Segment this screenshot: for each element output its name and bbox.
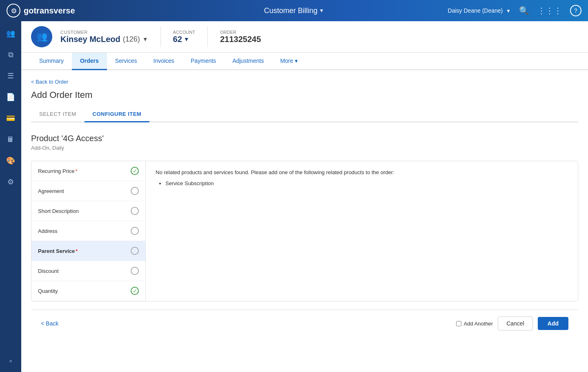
apps-icon[interactable]: ⋮⋮⋮ <box>537 6 562 16</box>
config-label-recurring-price: Recurring Price <box>38 168 78 174</box>
cancel-button[interactable]: Cancel <box>498 317 533 330</box>
page-content: < Back to Order Add Order Item SELECT IT… <box>21 70 588 345</box>
customer-label: CUSTOMER <box>60 30 148 35</box>
product-subtitle: Add-On, Daily <box>31 145 578 151</box>
account-label: ACCOUNT <box>173 30 195 35</box>
sidebar-item-document[interactable]: 📄 <box>3 90 18 104</box>
sidebar-item-settings[interactable]: ⚙ <box>3 175 18 189</box>
sidebar-expand[interactable]: » <box>6 355 16 367</box>
config-item-short-description[interactable]: Short Description <box>31 201 145 221</box>
top-nav: ⊙ gotransverse Customer Billing ▼ Daisy … <box>0 0 588 21</box>
product-section: Product '4G Access' Add-On, Daily <box>31 134 578 151</box>
order-label: ORDER <box>220 30 261 35</box>
account-section: ACCOUNT 62 ▼ <box>173 30 195 44</box>
product-title: Product '4G Access' <box>31 134 578 143</box>
tab-summary[interactable]: Summary <box>31 53 72 70</box>
search-icon[interactable]: 🔍 <box>519 6 529 16</box>
config-label-parent-service: Parent Service <box>38 248 78 254</box>
step-tab-configure-item[interactable]: CONFIGURE ITEM <box>85 107 150 122</box>
sidebar-item-card[interactable]: 💳 <box>3 111 18 126</box>
user-menu[interactable]: Daisy Deane (Deane) ▼ <box>448 7 511 14</box>
order-section: ORDER 211325245 <box>220 30 261 44</box>
step-tabs: SELECT ITEM CONFIGURE ITEM <box>31 107 578 122</box>
status-parent-service <box>131 247 139 255</box>
add-another-group: Add Another <box>456 321 493 327</box>
tab-orders[interactable]: Orders <box>72 53 107 70</box>
configure-layout: Recurring Price ✓ Agreement Short Descri… <box>31 161 578 301</box>
no-related-message: No related products and services found. … <box>156 169 568 175</box>
tab-invoices[interactable]: Invoices <box>145 53 183 70</box>
sidebar-item-copy[interactable]: ⧉ <box>3 47 18 62</box>
sidebar-item-list[interactable]: ☰ <box>3 69 18 83</box>
customer-name: Kinsey McLeod (126) ▼ <box>60 35 148 44</box>
customer-dropdown-arrow[interactable]: ▼ <box>143 36 148 42</box>
status-address <box>131 227 139 235</box>
footer-left: < Back <box>41 320 58 327</box>
config-item-discount[interactable]: Discount <box>31 261 145 281</box>
config-main: No related products and services found. … <box>146 161 578 301</box>
page-footer: < Back Add Another Cancel Add <box>31 310 578 337</box>
top-nav-actions: Daisy Deane (Deane) ▼ 🔍 ⋮⋮⋮ ? <box>448 5 581 16</box>
help-icon[interactable]: ? <box>570 5 581 16</box>
divider-2 <box>207 27 208 47</box>
tab-payments[interactable]: Payments <box>183 53 224 70</box>
order-value: 211325245 <box>220 35 261 44</box>
config-sidebar: Recurring Price ✓ Agreement Short Descri… <box>31 161 146 301</box>
tab-more[interactable]: More ▾ <box>272 53 306 70</box>
tab-adjustments[interactable]: Adjustments <box>224 53 272 70</box>
config-item-address[interactable]: Address <box>31 221 145 241</box>
add-another-checkbox[interactable] <box>456 321 461 326</box>
status-quantity: ✓ <box>131 287 139 295</box>
back-to-order-link[interactable]: < Back to Order <box>31 79 68 85</box>
tab-nav: Summary Orders Services Invoices Payment… <box>21 53 588 70</box>
sidebar: 👥 ⧉ ☰ 📄 💳 🖩 🎨 ⚙ » <box>0 21 21 372</box>
step-tab-select-item[interactable]: SELECT ITEM <box>31 107 85 122</box>
account-value: 62 ▼ <box>173 35 195 44</box>
brand[interactable]: ⊙ gotransverse <box>7 4 75 18</box>
customer-header: 👥 CUSTOMER Kinsey McLeod (126) ▼ ACCOUNT… <box>21 21 588 53</box>
config-label-agreement: Agreement <box>38 188 64 194</box>
app-body: 👥 ⧉ ☰ 📄 💳 🖩 🎨 ⚙ » 👥 CUSTOMER Kinsey McLe… <box>0 21 588 372</box>
config-item-quantity[interactable]: Quantity ✓ <box>31 281 145 301</box>
divider-1 <box>160 27 161 47</box>
account-dropdown-arrow[interactable]: ▼ <box>184 36 189 42</box>
config-item-parent-service[interactable]: Parent Service <box>31 241 145 261</box>
sidebar-item-people[interactable]: 👥 <box>3 26 18 41</box>
status-agreement <box>131 187 139 195</box>
config-item-agreement[interactable]: Agreement <box>31 181 145 201</box>
related-list-item: Service Subscription <box>165 180 568 186</box>
config-label-short-description: Short Description <box>38 208 79 214</box>
main-content: 👥 CUSTOMER Kinsey McLeod (126) ▼ ACCOUNT… <box>21 21 588 372</box>
config-label-address: Address <box>38 228 58 234</box>
config-label-quantity: Quantity <box>38 288 58 294</box>
status-recurring-price: ✓ <box>131 167 139 175</box>
back-button[interactable]: < Back <box>41 320 58 327</box>
brand-icon: ⊙ <box>7 4 20 18</box>
tab-services[interactable]: Services <box>107 53 145 70</box>
related-list: Service Subscription <box>156 180 568 186</box>
config-item-recurring-price[interactable]: Recurring Price ✓ <box>31 161 145 181</box>
add-button[interactable]: Add <box>538 317 568 330</box>
status-discount <box>131 267 139 275</box>
sidebar-item-palette[interactable]: 🎨 <box>3 153 18 168</box>
brand-name: gotransverse <box>24 6 75 16</box>
sidebar-item-calc[interactable]: 🖩 <box>3 132 18 147</box>
avatar: 👥 <box>31 26 52 47</box>
status-short-description <box>131 207 139 215</box>
page-title: Add Order Item <box>31 90 578 100</box>
customer-info: CUSTOMER Kinsey McLeod (126) ▼ <box>60 30 148 44</box>
footer-right: Add Another Cancel Add <box>456 317 568 330</box>
add-another-label[interactable]: Add Another <box>464 321 493 327</box>
app-title: Customer Billing ▼ <box>264 7 324 15</box>
config-label-discount: Discount <box>38 268 59 274</box>
